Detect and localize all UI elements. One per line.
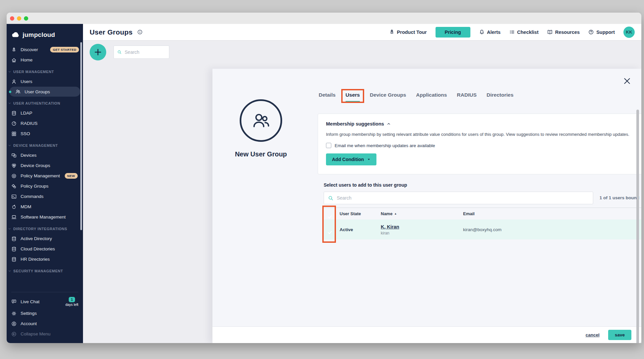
sidebar-divider	[11, 292, 78, 292]
cell-email: kiran@boxyhq.com	[463, 227, 641, 232]
add-user-group-button[interactable]	[90, 44, 106, 60]
table-row[interactable]: Active K, Kiran kiran kiran@boxyhq.com	[324, 220, 641, 239]
tab-directories[interactable]: Directories	[487, 92, 514, 102]
caret-down-icon	[367, 158, 370, 161]
support-link[interactable]: Support	[588, 29, 615, 35]
tab-applications[interactable]: Applications	[416, 92, 447, 102]
apple-icon	[11, 204, 17, 210]
users-search-box[interactable]	[324, 192, 593, 204]
sidebar-item-label: HR Directories	[21, 257, 50, 262]
column-name-sortable[interactable]: Name▲	[381, 211, 463, 216]
sidebar-item-active-directory[interactable]: Active Directory	[7, 233, 83, 244]
column-name-label: Name	[381, 211, 392, 216]
sidebar-item-policy-groups[interactable]: Policy Groups	[7, 181, 83, 191]
section-security-management[interactable]: SECURITY MANAGEMENT	[7, 264, 83, 276]
sidebar-item-user-groups[interactable]: User Groups	[9, 87, 80, 97]
tab-device-groups[interactable]: Device Groups	[370, 92, 406, 102]
target-icon	[11, 173, 17, 179]
sidebar-item-users[interactable]: Users	[7, 76, 83, 87]
email-updates-checkbox[interactable]	[326, 143, 331, 148]
users-search-input[interactable]	[337, 195, 589, 201]
membership-suggestions-toggle[interactable]: Membership suggestions	[326, 121, 641, 127]
book-icon	[547, 29, 553, 35]
sidebar-item-label: Software Management	[21, 215, 66, 220]
minimize-window-button[interactable]	[17, 16, 21, 21]
membership-suggestions-title: Membership suggestions	[326, 121, 384, 127]
terminal-icon	[11, 194, 17, 199]
section-user-authentication[interactable]: USER AUTHENTICATION	[7, 97, 83, 108]
user-icon	[11, 79, 17, 84]
product-tour-link[interactable]: Product Tour	[389, 29, 427, 35]
column-email[interactable]: Email	[463, 211, 641, 216]
checklist-link[interactable]: Checklist	[509, 29, 538, 35]
devices-icon	[11, 153, 17, 158]
section-user-management[interactable]: USER MANAGEMENT	[7, 65, 83, 76]
sidebar-item-devices[interactable]: Devices	[7, 150, 83, 160]
membership-suggestions-card: Membership suggestions Inform group memb…	[318, 114, 641, 174]
close-panel-button[interactable]	[623, 77, 631, 85]
cancel-link[interactable]: cancel	[586, 332, 600, 337]
zoom-window-button[interactable]	[24, 16, 28, 21]
users-table: User State Name▲ Email Active K, Kiran k…	[324, 208, 641, 239]
panel-scrollbar[interactable]	[636, 110, 639, 343]
days-left-caption: days left	[65, 303, 78, 307]
sidebar-item-label: Settings	[21, 311, 37, 316]
user-avatar[interactable]: KK	[623, 27, 635, 38]
sidebar-item-home[interactable]: Home	[7, 55, 83, 65]
email-updates-label: Email me when membership updates are ava…	[335, 143, 435, 148]
chevron-down-icon	[8, 70, 11, 73]
sidebar-item-policy-management[interactable]: Policy Management NEW	[7, 171, 83, 181]
header-nav: Product Tour Pricing Alerts Checklist Re…	[389, 27, 635, 38]
support-label: Support	[596, 30, 615, 35]
sidebar-item-settings[interactable]: Settings	[7, 308, 83, 318]
sidebar-item-radius[interactable]: RADIUS	[7, 118, 83, 129]
sidebar-item-cloud-directories[interactable]: Cloud Directories	[7, 244, 83, 254]
sidebar-item-live-chat[interactable]: Live Chat 1 days left	[7, 295, 83, 308]
resources-link[interactable]: Resources	[547, 29, 580, 35]
sidebar-item-software-management[interactable]: Software Management	[7, 212, 83, 222]
sidebar-scrollbar[interactable]	[80, 42, 82, 230]
sidebar-item-discover[interactable]: Discover GET STARTED	[7, 45, 83, 55]
sidebar-item-hr-directories[interactable]: HR Directories	[7, 254, 83, 264]
page-search-input[interactable]	[125, 49, 166, 55]
plus-icon	[94, 48, 102, 56]
add-condition-button[interactable]: Add Condition	[326, 153, 376, 165]
save-button[interactable]: save	[608, 330, 631, 340]
user-groups-icon	[251, 111, 271, 130]
alerts-label: Alerts	[487, 30, 501, 35]
sidebar-item-sso[interactable]: SSO	[7, 129, 83, 139]
column-user-state[interactable]: User State	[340, 211, 381, 216]
alerts-link[interactable]: Alerts	[479, 29, 501, 35]
sidebar-item-commands[interactable]: Commands	[7, 191, 83, 202]
section-header-label: SECURITY MANAGEMENT	[13, 269, 63, 273]
app-header: User Groups Product Tour Pricing Alerts …	[83, 24, 641, 41]
question-circle-icon	[588, 29, 594, 35]
tab-users-label: Users	[346, 92, 360, 98]
select-users-heading: Select users to add to this user group	[324, 182, 407, 188]
sidebar-item-collapse-menu[interactable]: Collapse Menu	[7, 329, 83, 339]
sidebar-item-account[interactable]: Account	[7, 318, 83, 329]
days-left-badge: 1	[69, 297, 75, 302]
tab-details[interactable]: Details	[319, 92, 336, 102]
tab-radius[interactable]: RADIUS	[457, 92, 476, 102]
venn-icon	[11, 163, 17, 168]
panel-tabs: Details Users Device Groups Applications…	[319, 92, 514, 102]
sidebar-item-label: RADIUS	[21, 121, 38, 126]
user-name-link[interactable]: K, Kiran	[381, 224, 399, 229]
section-directory-integrations[interactable]: DIRECTORY INTEGRATIONS	[7, 222, 83, 233]
sidebar-item-ldap[interactable]: LDAP	[7, 108, 83, 118]
pricing-button[interactable]: Pricing	[436, 27, 470, 38]
jumpcloud-logo[interactable]: jumpcloud	[7, 24, 83, 45]
gears-icon	[11, 184, 17, 189]
sidebar-item-label: Live Chat	[21, 299, 40, 304]
sidebar-footer: Live Chat 1 days left Settings Account C…	[7, 288, 83, 339]
section-device-management[interactable]: DEVICE MANAGEMENT	[7, 139, 83, 150]
sidebar-item-mdm[interactable]: MDM	[7, 202, 83, 212]
info-icon[interactable]	[137, 29, 143, 35]
email-updates-option[interactable]: Email me when membership updates are ava…	[326, 143, 641, 148]
sidebar-item-device-groups[interactable]: Device Groups	[7, 160, 83, 171]
close-window-button[interactable]	[10, 16, 14, 21]
chevron-down-icon	[8, 102, 11, 105]
page-search-box[interactable]	[114, 45, 169, 59]
tab-users[interactable]: Users	[346, 92, 360, 102]
